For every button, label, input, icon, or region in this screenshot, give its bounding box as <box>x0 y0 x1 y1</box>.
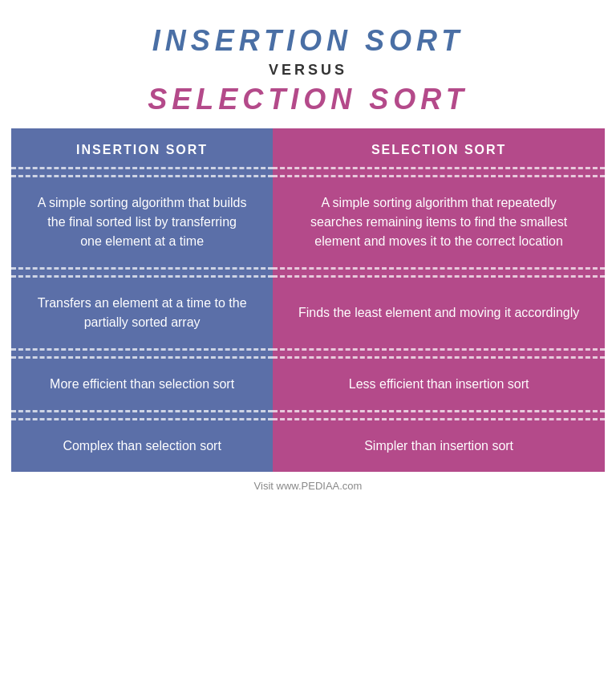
page-header: INSERTION SORT VERSUS SELECTION SORT <box>132 0 484 128</box>
table-row: Complex than selection sort Simpler than… <box>11 420 605 473</box>
comparison-table: INSERTION SORT SELECTION SORT A simple s… <box>11 128 605 504</box>
divider-row-2 <box>11 269 605 277</box>
insertion-row3-cell: More efficient than selection sort <box>11 358 273 412</box>
selection-sort-column-header: SELECTION SORT <box>273 128 605 168</box>
table-row: Transfers an element at a time to the pa… <box>11 277 605 350</box>
divider-selection-4 <box>273 412 605 420</box>
divider-row-1 <box>11 168 605 177</box>
comparison-table-wrapper: INSERTION SORT SELECTION SORT A simple s… <box>11 128 605 504</box>
insertion-row4-cell: Complex than selection sort <box>11 420 273 473</box>
insertion-sort-title: INSERTION SORT <box>148 24 468 58</box>
footer-row: Visit www.PEDIAA.com <box>11 472 605 504</box>
insertion-sort-column-header: INSERTION SORT <box>11 128 273 168</box>
divider-selection-2 <box>273 269 605 277</box>
divider-insertion-1 <box>11 168 273 177</box>
divider-insertion-2 <box>11 269 273 277</box>
footer-text: Visit www.PEDIAA.com <box>11 472 605 504</box>
divider-insertion-3 <box>11 350 273 358</box>
table-row: A simple sorting algorithm that builds t… <box>11 177 605 269</box>
selection-row4-cell: Simpler than insertion sort <box>273 420 605 473</box>
table-row: More efficient than selection sort Less … <box>11 358 605 412</box>
selection-row1-cell: A simple sorting algorithm that repeated… <box>273 177 605 269</box>
insertion-row1-cell: A simple sorting algorithm that builds t… <box>11 177 273 269</box>
selection-row2-cell: Finds the least element and moving it ac… <box>273 277 605 350</box>
divider-row-4 <box>11 412 605 420</box>
table-header-row: INSERTION SORT SELECTION SORT <box>11 128 605 168</box>
divider-row-3 <box>11 350 605 358</box>
versus-label: VERSUS <box>148 62 468 79</box>
insertion-row2-cell: Transfers an element at a time to the pa… <box>11 277 273 350</box>
selection-sort-title: SELECTION SORT <box>148 83 468 116</box>
divider-selection-1 <box>273 168 605 177</box>
divider-selection-3 <box>273 350 605 358</box>
divider-insertion-4 <box>11 412 273 420</box>
selection-row3-cell: Less efficient than insertion sort <box>273 358 605 412</box>
